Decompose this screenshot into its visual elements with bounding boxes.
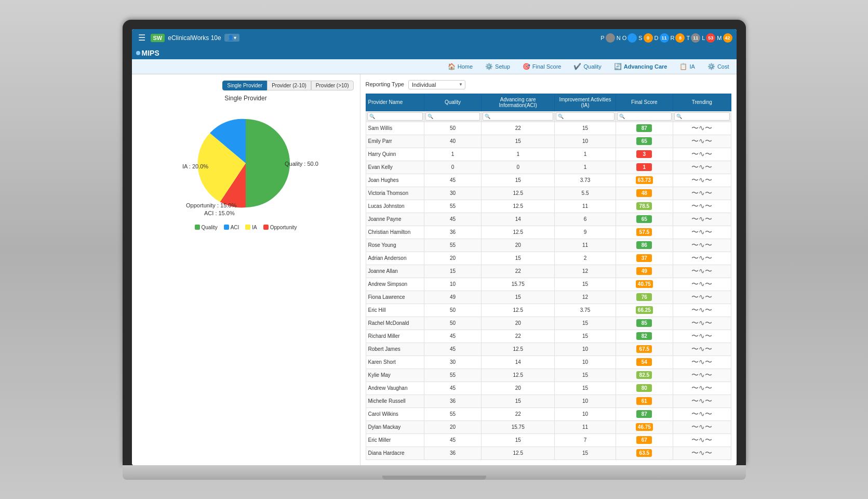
cell-trending: 〜∿〜 (673, 330, 731, 343)
trending-wave: 〜∿〜 (691, 436, 712, 444)
search-quality[interactable] (425, 112, 480, 121)
cell-score: 57.5 (616, 226, 673, 239)
trending-wave: 〜∿〜 (691, 384, 712, 392)
table-row[interactable]: Dylan Mackay 20 15.75 11 46.75 〜∿〜 (366, 421, 731, 434)
nav-s[interactable]: S0 (638, 33, 652, 43)
nav-m[interactable]: M42 (717, 33, 732, 43)
hamburger-icon[interactable]: ☰ (136, 32, 148, 44)
table-row[interactable]: Karen Short 30 14 10 54 〜∿〜 (366, 356, 731, 369)
table-row[interactable]: Eric Hill 50 12.5 3.75 66.25 〜∿〜 (366, 304, 731, 317)
table-row[interactable]: Sam Willis 50 22 15 87 〜∿〜 (366, 122, 731, 135)
nav-r[interactable]: R8 (671, 33, 685, 43)
cell-name: Rachel McDonald (366, 317, 424, 330)
nav-l[interactable]: L53 (702, 33, 715, 43)
search-aci[interactable] (483, 112, 553, 121)
nav-advancing-care[interactable]: 🔄Advancing Care (611, 61, 671, 72)
cell-score: 78.5 (616, 200, 673, 213)
nav-d[interactable]: D11 (655, 33, 669, 43)
table-row[interactable]: Adrian Anderson 20 15 2 37 〜∿〜 (366, 252, 731, 265)
table-row[interactable]: Joan Hughes 45 15 3.73 63.73 〜∿〜 (366, 174, 731, 187)
table-row[interactable]: Andrew Vaughan 45 20 15 80 〜∿〜 (366, 382, 731, 395)
screen: ☰ SW eClinicalWorks 10e 👤▾ P N O S0 D11 … (132, 29, 737, 465)
trending-wave: 〜∿〜 (691, 358, 712, 366)
cell-score: 87 (616, 408, 673, 421)
table-row[interactable]: Robert James 45 12.5 10 67.5 〜∿〜 (366, 343, 731, 356)
reporting-select[interactable]: Individual Group (408, 80, 465, 89)
cell-score: 87 (616, 122, 673, 135)
nav-t[interactable]: T11 (686, 33, 700, 43)
nav-n[interactable]: N (617, 35, 621, 41)
reporting-row: Reporting Type Individual Group (366, 80, 731, 89)
score-badge: 61 (636, 397, 652, 405)
table-row[interactable]: Christian Hamilton 36 12.5 9 57.5 〜∿〜 (366, 226, 731, 239)
trending-wave: 〜∿〜 (691, 306, 712, 314)
cell-name: Emily Parr (366, 135, 424, 148)
table-row[interactable]: Eric Miller 45 15 7 67 〜∿〜 (366, 434, 731, 447)
table-row[interactable]: Lucas Johnston 55 12.5 11 78.5 〜∿〜 (366, 200, 731, 213)
nav-cost[interactable]: ⚙️Cost (704, 61, 732, 72)
cell-score: 3 (616, 148, 673, 161)
cell-quality: 45 (424, 330, 481, 343)
cell-ia: 10 (555, 395, 616, 408)
cell-aci: 12.5 (482, 200, 555, 213)
table-row[interactable]: Richard Miller 45 22 15 82 〜∿〜 (366, 330, 731, 343)
cell-ia: 15 (555, 122, 616, 135)
table-row[interactable]: Andrew Simpson 10 15.75 15 40.75 〜∿〜 (366, 278, 731, 291)
cell-trending: 〜∿〜 (673, 135, 731, 148)
tab-provider-gt10[interactable]: Provider (>10) (311, 81, 354, 90)
cell-trending: 〜∿〜 (673, 252, 731, 265)
tab-single-provider[interactable]: Single Provider (222, 81, 267, 90)
nav-setup[interactable]: ⚙️Setup (482, 61, 513, 72)
score-badge: 57.5 (636, 228, 652, 236)
cell-trending: 〜∿〜 (673, 447, 731, 459)
trending-wave: 〜∿〜 (691, 202, 712, 210)
cell-trending: 〜∿〜 (673, 174, 731, 187)
score-badge: 76 (636, 293, 652, 301)
table-row[interactable]: Rachel McDonald 50 20 15 85 〜∿〜 (366, 317, 731, 330)
table-row[interactable]: Victoria Thomson 30 12.5 5.5 48 〜∿〜 (366, 187, 731, 200)
table-row[interactable]: Rose Young 55 20 11 86 〜∿〜 (366, 239, 731, 252)
cell-ia: 15 (555, 278, 616, 291)
svg-text:ACI : 15.0%: ACI : 15.0% (204, 210, 235, 216)
table-row[interactable]: Emily Parr 40 15 10 65 〜∿〜 (366, 135, 731, 148)
nav-quality[interactable]: ✔️Quality (570, 61, 604, 72)
table-row[interactable]: Carol Wilkins 55 22 10 87 〜∿〜 (366, 408, 731, 421)
nav-home[interactable]: 🏠Home (445, 61, 476, 72)
legend-ia: IA (245, 225, 257, 230)
table-row[interactable]: Kylie May 55 12.5 15 82.5 〜∿〜 (366, 369, 731, 382)
search-trending[interactable] (674, 112, 729, 121)
table-row[interactable]: Joanne Payne 45 14 6 65 〜∿〜 (366, 213, 731, 226)
score-badge: 82 (636, 332, 652, 340)
col-final-score: Final Score (616, 94, 673, 111)
cell-aci: 12.5 (482, 447, 555, 459)
table-row[interactable]: Fiona Lawrence 49 15 12 76 〜∿〜 (366, 291, 731, 304)
table-row[interactable]: Harry Quinn 1 1 1 3 〜∿〜 (366, 148, 731, 161)
table-row[interactable]: Michelle Russell 36 15 10 61 〜∿〜 (366, 395, 731, 408)
table-row[interactable]: Evan Kelly 0 0 1 1 〜∿〜 (366, 161, 731, 174)
nav-p[interactable]: P (600, 33, 615, 43)
cell-trending: 〜∿〜 (673, 369, 731, 382)
score-badge: 85 (636, 319, 652, 327)
cell-score: 67.5 (616, 343, 673, 356)
search-final-score[interactable] (617, 112, 672, 121)
col-trending: Trending (673, 94, 731, 111)
nav-ia[interactable]: 📋IA (676, 61, 698, 72)
search-ia[interactable] (556, 112, 614, 121)
cell-aci: 0 (482, 161, 555, 174)
cell-ia: 7 (555, 434, 616, 447)
app-title: eClinicalWorks 10e (168, 34, 221, 42)
app-topbar: ☰ SW eClinicalWorks 10e 👤▾ P N O S0 D11 … (132, 29, 737, 47)
tab-provider-2-10[interactable]: Provider (2-10) (267, 81, 311, 90)
table-row[interactable]: Joanne Allan 15 22 12 49 〜∿〜 (366, 265, 731, 278)
trending-wave: 〜∿〜 (691, 332, 712, 340)
provider-tabs: Single Provider Provider (2-10) Provider… (138, 81, 354, 90)
secondary-nav: 🏠Home ⚙️Setup 🎯Final Score ✔️Quality 🔄Ad… (132, 59, 737, 74)
cell-trending: 〜∿〜 (673, 408, 731, 421)
table-row[interactable]: Diana Hardacre 36 12.5 15 63.5 〜∿〜 (366, 447, 731, 459)
nav-final-score[interactable]: 🎯Final Score (519, 61, 565, 72)
col-aci: Advancing care Information(ACI) (482, 94, 555, 111)
search-provider-name[interactable] (367, 112, 423, 121)
nav-o[interactable]: O (622, 33, 637, 43)
cell-name: Joanne Payne (366, 213, 424, 226)
user-icon[interactable]: 👤▾ (224, 34, 239, 42)
